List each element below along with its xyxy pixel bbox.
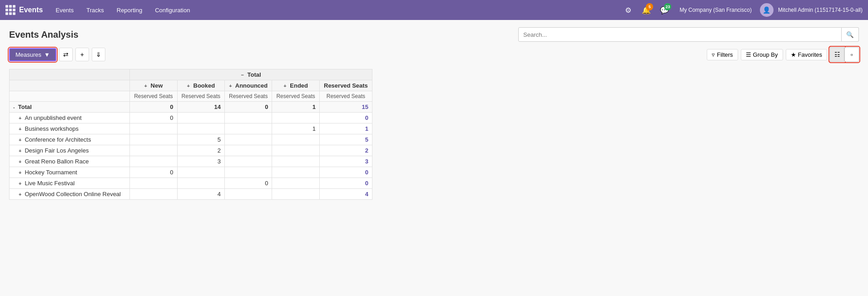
expand-btn[interactable]: + <box>19 148 23 153</box>
user-avatar[interactable]: 👤 <box>760 3 774 17</box>
cell-ended: 1 <box>272 102 319 113</box>
toolbar-left: Measures ▼ ⇄ + ⇓ <box>9 48 105 61</box>
search-input[interactable] <box>518 27 842 42</box>
search-button[interactable]: 🔍 <box>842 27 859 42</box>
collapse-btn[interactable]: - <box>13 104 16 110</box>
row-label: + Great Reno Ballon Race <box>10 156 130 167</box>
filters-label: Filters <box>717 51 733 58</box>
row-label: + An unpublished event <box>10 113 130 123</box>
notifications-icon[interactable]: 🔔 5 <box>640 3 653 17</box>
row-header-empty-1 <box>10 69 130 80</box>
expand-btn[interactable]: + <box>19 126 23 132</box>
row-label-text: An unpublished event <box>25 114 81 121</box>
cell-new: 0 <box>130 167 177 178</box>
expand-btn[interactable]: + <box>19 159 23 164</box>
search-area: 🔍 <box>518 27 859 42</box>
row-label-text: Conference for Architects <box>25 136 91 143</box>
company-name: My Company (San Francisco) <box>676 7 755 13</box>
col-header-row-2: + New + Booked + Announced + Ended <box>10 80 372 91</box>
row-label: + Conference for Architects <box>10 134 130 145</box>
col-announced-header: + Announced <box>225 80 272 91</box>
cell-booked: 5 <box>177 134 224 145</box>
cell-new <box>130 156 177 167</box>
pivot-body: - Total0140115+ An unpublished event00+ … <box>10 102 372 200</box>
toolbar-right: ▿ Filters ☰ Group By ★ Favorites ☷ ▫ <box>707 47 859 62</box>
col-announced-measure: Reserved Seats <box>225 91 272 102</box>
table-row: + OpenWood Collection Online Reveal44 <box>10 189 372 200</box>
cell-announced <box>225 189 272 200</box>
favorites-button[interactable]: ★ Favorites <box>786 49 827 60</box>
cell-booked <box>177 123 224 134</box>
row-label-text: OpenWood Collection Online Reveal <box>25 191 121 197</box>
grid-view-button[interactable]: ☷ <box>830 47 844 62</box>
expand-btn[interactable]: + <box>19 192 23 197</box>
cell-new <box>130 178 177 189</box>
expand-icon-button[interactable]: + <box>75 48 89 61</box>
new-expand-btn[interactable]: + <box>144 83 147 89</box>
row-header-empty-2 <box>10 80 130 91</box>
app-brand[interactable]: Events <box>5 5 43 15</box>
nav-configuration[interactable]: Configuration <box>149 0 195 20</box>
col-booked-header: + Booked <box>177 80 224 91</box>
measures-dropdown-icon: ▼ <box>44 51 50 58</box>
activity-icon[interactable]: ⚙ <box>621 3 635 17</box>
row-label: + Business workshops <box>10 123 130 134</box>
star-icon: ★ <box>791 51 796 58</box>
swap-icon-button[interactable]: ⇄ <box>59 48 73 61</box>
cell-ended: 1 <box>272 123 319 134</box>
col-total-measure: Reserved Seats <box>319 91 372 102</box>
row-label: + OpenWood Collection Online Reveal <box>10 189 130 200</box>
pivot-table-wrapper: − Total + New + Booked + <box>9 69 859 200</box>
cell-announced <box>225 123 272 134</box>
cell-total: 0 <box>319 167 372 178</box>
group-by-button[interactable]: ☰ Group By <box>741 49 783 60</box>
table-row: + An unpublished event00 <box>10 113 372 123</box>
table-row: + Hockey Tournament00 <box>10 167 372 178</box>
cell-ended <box>272 189 319 200</box>
row-label: + Live Music Festival <box>10 178 130 189</box>
filters-button[interactable]: ▿ Filters <box>707 49 738 60</box>
cell-ended <box>272 156 319 167</box>
cell-announced <box>225 145 272 156</box>
col-new-measure: Reserved Seats <box>130 91 177 102</box>
expand-btn[interactable]: + <box>19 137 23 143</box>
row-label-text: Business workshops <box>25 125 79 132</box>
cell-ended <box>272 167 319 178</box>
booked-expand-btn[interactable]: + <box>187 83 189 89</box>
cell-booked <box>177 113 224 123</box>
col-ended-measure: Reserved Seats <box>272 91 319 102</box>
measures-button[interactable]: Measures ▼ <box>9 48 56 61</box>
cell-announced <box>225 167 272 178</box>
col-header-row-1: − Total <box>10 69 372 80</box>
table-row: - Total0140115 <box>10 102 372 113</box>
col-new-header: + New <box>130 80 177 91</box>
nav-events[interactable]: Events <box>50 0 79 20</box>
ended-expand-btn[interactable]: + <box>283 83 286 89</box>
messages-icon[interactable]: 💬 23 <box>658 3 671 17</box>
expand-btn[interactable]: + <box>19 181 23 186</box>
cell-announced <box>225 113 272 123</box>
cell-total: 3 <box>319 156 372 167</box>
download-icon-button[interactable]: ⇓ <box>92 48 105 61</box>
cell-booked <box>177 167 224 178</box>
messages-badge: 23 <box>664 3 671 10</box>
row-header-empty-3 <box>10 91 130 102</box>
favorites-label: Favorites <box>798 51 822 58</box>
col-booked-measure: Reserved Seats <box>177 91 224 102</box>
chart-view-button[interactable]: ▫ <box>844 47 859 62</box>
announced-expand-btn[interactable]: + <box>229 83 232 89</box>
minus-btn[interactable]: − <box>241 72 244 78</box>
cell-announced <box>225 156 272 167</box>
cell-booked: 2 <box>177 145 224 156</box>
expand-btn[interactable]: + <box>19 170 23 175</box>
col-header-row-3: Reserved Seats Reserved Seats Reserved S… <box>10 91 372 102</box>
nav-tracks[interactable]: Tracks <box>81 0 109 20</box>
nav-reporting[interactable]: Reporting <box>111 0 148 20</box>
page-title: Events Analysis <box>9 30 79 40</box>
cell-ended <box>272 134 319 145</box>
table-row: + Design Fair Los Angeles22 <box>10 145 372 156</box>
page-header: Events Analysis 🔍 <box>9 27 859 42</box>
expand-btn[interactable]: + <box>19 115 23 121</box>
pivot-table: − Total + New + Booked + <box>9 69 372 200</box>
view-toggle-group: ☷ ▫ <box>830 47 859 62</box>
